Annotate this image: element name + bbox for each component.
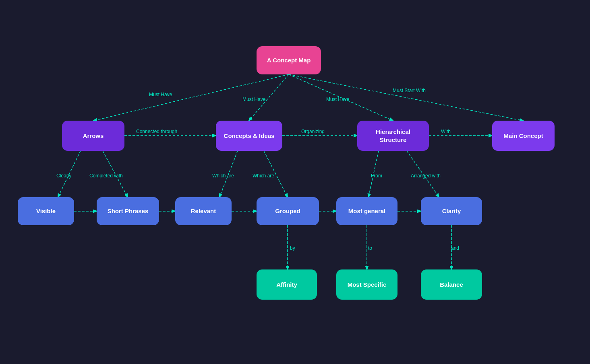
label-must-have-left: Must Have (149, 92, 172, 97)
node-concept-map[interactable]: A Concept Map (257, 46, 321, 74)
label-must-start-with: Must Start With (393, 88, 426, 93)
node-visible[interactable]: Visible (18, 197, 74, 225)
label-must-have-center: Must Have (242, 97, 265, 102)
node-main-concept[interactable]: Main Concept (492, 121, 555, 151)
label-which-are-right: Which are (253, 173, 274, 179)
concept-map-canvas: Must Have Must Have Must Have Must Start… (0, 0, 590, 364)
node-affinity[interactable]: Affinity (257, 269, 317, 300)
label-organizing: Organizing (301, 129, 325, 134)
label-which-are-left: Which are (212, 173, 234, 179)
node-concepts-ideas[interactable]: Concepts & Ideas (216, 121, 282, 151)
label-from: From (371, 173, 382, 179)
label-must-have-right: Must Have (326, 97, 349, 102)
label-and: and (451, 245, 459, 251)
node-arrows[interactable]: Arrows (62, 121, 124, 151)
node-most-specific[interactable]: Most Specific (336, 269, 397, 300)
label-clearly: Clearly (56, 173, 71, 179)
node-balance[interactable]: Balance (421, 269, 482, 300)
label-completed-with: Completed with (89, 173, 123, 179)
node-short-phrases[interactable]: Short Phrases (97, 197, 159, 225)
node-hierarchical-structure[interactable]: Hierarchical Structure (357, 121, 429, 151)
label-to: to (368, 245, 372, 251)
node-clarity[interactable]: Clarity (421, 197, 482, 225)
label-arranged-with: Arranged with (411, 173, 441, 179)
node-most-general[interactable]: Most general (336, 197, 397, 225)
node-relevant[interactable]: Relevant (175, 197, 232, 225)
label-by: by (290, 245, 295, 251)
node-grouped[interactable]: Grouped (257, 197, 319, 225)
svg-line-3 (289, 74, 523, 121)
label-with: With (441, 129, 451, 134)
label-connected-through: Connected through (136, 129, 177, 134)
